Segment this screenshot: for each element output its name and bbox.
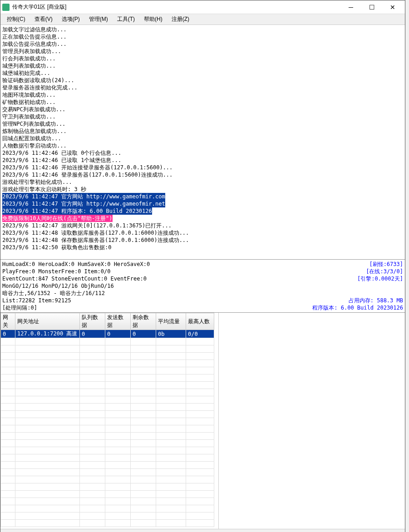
log-line: 正在加载公告提示信息... <box>2 33 403 40</box>
table-row[interactable]: 0127.0.0.1:7200 高速0000b0/0 <box>1 330 214 338</box>
log-line: 游戏处理引擎初始化成功... <box>2 178 403 186</box>
log-line: 2023/9/6 11:42:47 程序版本: 6.00 Build 20230… <box>2 207 403 215</box>
log-line: 验证码数据读取成功(24)... <box>2 77 403 84</box>
log-line: 登录服务器连接初始化完成... <box>2 84 403 91</box>
stats-eventcount: EventCount:847 StoneEventCount:0 EventFr… <box>2 275 147 282</box>
log-line: 管理员列表加载成功... <box>2 48 403 55</box>
table-row[interactable] <box>1 367 214 374</box>
table-row[interactable] <box>1 491 214 498</box>
stats-list: List:72282 Item:92125 <box>2 297 71 304</box>
stats-version: 程序版本: 6.00 Build 20230126 <box>312 304 403 311</box>
log-line: 2023/9/6 11:42:47 官方网站 http://www.gameof… <box>2 200 403 207</box>
table-row[interactable] <box>1 345 214 353</box>
log-line: 回城点配置加载成功... <box>2 135 403 142</box>
col-max[interactable]: 最高人数 <box>186 313 214 330</box>
gateway-table: 网关 网关地址 队列数据 发送数据 剩余数据 平均流量 最高人数 0127.0.… <box>0 313 214 527</box>
stats-engine: [引擎:0.0002天] <box>357 275 403 282</box>
table-row[interactable] <box>1 476 214 483</box>
table-row[interactable] <box>1 389 214 396</box>
table-row[interactable] <box>1 338 214 345</box>
log-line: 游戏处理引擎本次启动耗时: 3 秒 <box>2 186 403 193</box>
log-line: 2023/9/6 11:42:46 登录服务器(127.0.0.1:5600)连… <box>2 171 403 178</box>
table-row[interactable] <box>1 360 214 367</box>
log-line: 加载公告提示信息成功... <box>2 40 403 48</box>
log-line: 2023/9/6 11:42:48 读取数据库服务器(127.0.0.1:600… <box>2 229 403 236</box>
log-line: 2023/9/6 11:42:47 官方网站 http://www.gameof… <box>2 193 403 200</box>
menu-options[interactable]: 选项(P) <box>57 15 84 24</box>
log-pane[interactable]: 加载文字过滤信息成功...正在加载公告提示信息...加载公告提示信息成功...管… <box>0 25 405 260</box>
log-line: 管理NPC列表加载成功... <box>2 120 403 128</box>
statusbar <box>0 529 405 532</box>
gateway-table-wrap[interactable]: 网关 网关地址 队列数据 发送数据 剩余数据 平均流量 最高人数 0127.0.… <box>0 313 219 529</box>
table-row[interactable] <box>1 353 214 360</box>
menu-tools[interactable]: 工具(T) <box>113 15 139 24</box>
log-line: 人物数据引擎启动成功... <box>2 142 403 149</box>
log-line: 炼制物品信息加载成功... <box>2 128 403 135</box>
table-row[interactable] <box>1 374 214 382</box>
col-address[interactable]: 网关地址 <box>15 313 80 330</box>
log-line: 2023/9/6 11:42:47 程序版本: 6.00 Build 20230… <box>2 207 152 215</box>
app-window: 传奇大学01区 [商业版] ─ ☐ ✕ 控制(C) 查看(V) 选项(P) 管理… <box>0 0 405 532</box>
menu-register[interactable]: 注册(Z) <box>167 15 194 24</box>
menu-help[interactable]: 帮助(H) <box>139 15 167 24</box>
log-line: 行会列表加载成功... <box>2 55 403 62</box>
log-line: 城堡列表加载成功... <box>2 62 403 69</box>
stats-online: [在线:3/3/0] <box>366 268 403 275</box>
log-line: 2023/9/6 11:42:47 官方网站 http://www.gameof… <box>2 193 165 200</box>
log-line: 守卫列表加载成功... <box>2 113 403 120</box>
stats-humload: HumLoadX:0 HeroLoadX:0 HumSaveX:0 HeroSa… <box>2 261 150 268</box>
menu-control[interactable]: 控制(C) <box>2 15 30 24</box>
table-row[interactable] <box>1 447 214 454</box>
log-line: 2023/9/6 11:42:48 保存数据库服务器(127.0.0.1:600… <box>2 236 403 244</box>
stats-memory: 占用内存: 588.3 MB <box>349 297 403 304</box>
log-line: 地图环境加载成功... <box>2 91 403 99</box>
menu-view[interactable]: 查看(V) <box>30 15 57 24</box>
table-row[interactable] <box>1 418 214 425</box>
table-row[interactable] <box>1 462 214 469</box>
stats-entity: 暗谷力士,56/1352 - 暗谷力士/16/112 <box>2 290 105 297</box>
log-line: 2023/9/6 11:42:46 已读取 1个城堡信息... <box>2 157 403 164</box>
close-button[interactable]: ✕ <box>382 0 403 14</box>
table-row[interactable] <box>1 440 214 447</box>
table-row[interactable] <box>1 512 214 520</box>
table-row[interactable] <box>1 454 214 462</box>
empty-right-pane <box>219 313 405 529</box>
log-line: 免费版限制10人同时在线(点击"帮助-注册") <box>2 215 403 222</box>
minimize-button[interactable]: ─ <box>340 0 361 14</box>
stats-mongo: MonGO/12/16 MonPO/12/16 ObjRunO/16 <box>2 282 114 290</box>
maximize-button[interactable]: ☐ <box>361 0 382 14</box>
table-row[interactable] <box>1 505 214 512</box>
stats-playfree: PlayFree:0 MonsterFree:0 Item:0/0 <box>2 268 110 275</box>
log-line: 2023/9/6 11:42:47 游戏网关[0](127.0.0.1:3675… <box>2 222 403 229</box>
col-gateway[interactable]: 网关 <box>1 313 15 330</box>
log-line: 矿物数据初始成功... <box>2 99 403 106</box>
app-icon <box>2 4 10 11</box>
log-line: 城堡城初始完成... <box>2 69 403 77</box>
table-row[interactable] <box>1 382 214 389</box>
table-row[interactable] <box>1 396 214 404</box>
log-line: 2023/9/6 11:42:50 获取角色出售数据:0 <box>2 244 403 251</box>
stats-pane: HumLoadX:0 HeroLoadX:0 HumSaveX:0 HeroSa… <box>0 260 405 313</box>
table-row[interactable] <box>1 469 214 476</box>
log-line: 免费版限制10人同时在线(点击"帮助-注册") <box>2 215 113 222</box>
titlebar: 传奇大学01区 [商业版] ─ ☐ ✕ <box>0 0 405 14</box>
stats-monster: [刷怪:6733] <box>369 261 403 268</box>
table-row[interactable] <box>1 520 214 527</box>
table-row[interactable] <box>1 483 214 491</box>
menu-manage[interactable]: 管理(M) <box>84 15 113 24</box>
table-row[interactable] <box>1 433 214 440</box>
log-line: 2023/9/6 11:42:46 开始连接登录服务器(127.0.0.1:56… <box>2 164 403 171</box>
table-row[interactable] <box>1 498 214 505</box>
table-row[interactable] <box>1 411 214 418</box>
table-row[interactable] <box>1 425 214 433</box>
col-avg[interactable]: 平均流量 <box>156 313 186 330</box>
table-row[interactable] <box>1 404 214 411</box>
menubar: 控制(C) 查看(V) 选项(P) 管理(M) 工具(T) 帮助(H) 注册(Z… <box>0 14 405 25</box>
col-send[interactable]: 发送数据 <box>105 313 131 330</box>
log-line: 2023/9/6 11:42:47 官方网站 http://www.gameof… <box>2 200 165 207</box>
col-remain[interactable]: 剩余数据 <box>131 313 156 330</box>
log-line: 交易NPC列表加载成功... <box>2 106 403 113</box>
col-queue[interactable]: 队列数据 <box>80 313 105 330</box>
log-line: 加载文字过滤信息成功... <box>2 26 403 33</box>
stats-interval: [处理间隔:0] <box>2 304 37 311</box>
